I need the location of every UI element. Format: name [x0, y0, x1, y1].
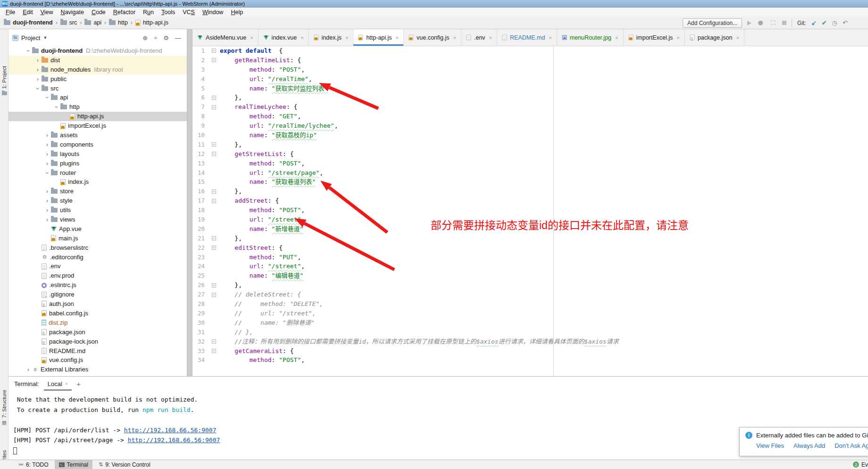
line-number[interactable]: 3 [192, 65, 205, 74]
run-with-coverage-icon[interactable]: ⛶ [769, 19, 777, 27]
chevron-closed-icon[interactable]: › [43, 206, 51, 215]
tree-item-views[interactable]: ›views [8, 215, 187, 224]
chevron-open-icon[interactable]: › [42, 169, 52, 177]
line-number[interactable]: 24 [192, 262, 205, 271]
event-log-badge[interactable]: 2 [853, 461, 859, 468]
project-panel-scrollbar[interactable] [187, 29, 192, 376]
tree-item-App.vue[interactable]: App.vue [8, 224, 187, 234]
chevron-down-icon[interactable]: ▼ [43, 35, 47, 40]
tree-item-.browserslistrc[interactable]: .browserslistrc [8, 243, 187, 253]
menu-tools[interactable]: Tools [158, 9, 179, 16]
chevron-open-icon[interactable]: › [42, 94, 52, 101]
line-number[interactable]: 10 [192, 131, 205, 140]
chevron-closed-icon[interactable]: › [34, 74, 42, 84]
tree-item-style[interactable]: ›style [8, 196, 187, 206]
tree-item-layouts[interactable]: ›layouts [8, 149, 187, 159]
close-icon[interactable]: × [396, 35, 399, 41]
breadcrumb-item-api[interactable]: api [84, 19, 101, 26]
close-icon[interactable]: × [549, 35, 551, 41]
notification-action-view-files[interactable]: View Files [756, 442, 784, 449]
line-number[interactable]: 14 [192, 168, 205, 178]
tree-item-vue.config.js[interactable]: vue.config.js [8, 355, 187, 365]
tree-item-node_modules[interactable]: ›node_moduleslibrary root [8, 65, 187, 74]
tree-item-api[interactable]: ›api [8, 93, 187, 102]
menu-help[interactable]: Help [227, 9, 247, 16]
tree-item-babel.config.js[interactable]: babel.config.js [8, 309, 187, 318]
terminal-link[interactable]: http://192.168.66.56:9007 [128, 436, 220, 444]
menu-window[interactable]: Window [199, 9, 227, 16]
tree-item-External Libraries[interactable]: ›External Libraries [8, 365, 187, 374]
tree-item-utils[interactable]: ›utils [8, 206, 187, 215]
tree-item-dist.zip[interactable]: dist.zip [8, 318, 187, 328]
tree-item-main.js[interactable]: main.js [8, 234, 187, 243]
tree-item-public[interactable]: ›public [8, 74, 187, 84]
tree-item-store[interactable]: ›store [8, 187, 187, 196]
line-number[interactable]: 25 [192, 271, 205, 280]
fold-marker-icon[interactable]: − [212, 58, 216, 62]
fold-marker-icon[interactable]: − [212, 246, 216, 250]
tab-README.md[interactable]: README.md× [497, 29, 557, 46]
line-number[interactable]: 16 [192, 187, 205, 196]
line-number[interactable]: 28 [192, 299, 205, 309]
tab-.env[interactable]: .env× [461, 29, 497, 46]
tab-menuRouter.jpg[interactable]: menuRouter.jpg× [557, 29, 624, 46]
line-number[interactable]: 12 [192, 149, 205, 159]
tree-item-.env[interactable]: .env [8, 262, 187, 271]
chevron-closed-icon[interactable]: › [43, 159, 51, 168]
tree-item-duoji-frontend[interactable]: ›duoji-frontendD:\zheheWeb\duoji-fronten… [8, 46, 187, 56]
git-update-icon[interactable]: ↙ [811, 19, 817, 26]
notification-action-don-t-ask-agai[interactable]: Don't Ask Agai [835, 442, 868, 449]
line-number[interactable]: 20 [192, 224, 205, 234]
fold-marker-icon[interactable]: − [212, 293, 216, 297]
line-number[interactable]: 13 [192, 159, 205, 168]
history-clock-icon[interactable]: ◷ [832, 19, 837, 26]
line-number[interactable]: 23 [192, 253, 205, 262]
tree-item-auth.json[interactable]: auth.json [8, 299, 187, 309]
menu-refactor[interactable]: Refactor [109, 9, 139, 16]
close-icon[interactable]: × [453, 35, 456, 41]
fold-marker-icon[interactable]: − [212, 96, 216, 100]
run-icon[interactable] [747, 21, 751, 25]
tree-item-index.js[interactable]: index.js [8, 177, 187, 187]
statusbar-9-version-control[interactable]: ⇅9: Version Control [94, 460, 155, 469]
project-panel-title[interactable]: Project [21, 34, 40, 41]
tab-vue.config.js[interactable]: vue.config.js× [404, 29, 461, 46]
tree-item-package-lock.json[interactable]: package-lock.json [8, 337, 187, 346]
tree-item-http-api.js[interactable]: http-api.js [8, 112, 187, 121]
line-number[interactable]: 9 [192, 121, 205, 131]
close-icon[interactable]: × [615, 35, 618, 41]
hide-panel-icon[interactable]: — [175, 34, 181, 41]
line-number[interactable]: 8 [192, 112, 205, 121]
chevron-open-icon[interactable]: › [52, 103, 61, 111]
tree-item-package.json[interactable]: package.json [8, 328, 187, 337]
line-number[interactable]: 31 [192, 328, 205, 337]
fold-marker-icon[interactable]: − [212, 339, 216, 344]
tree-item-.eslintrc.js[interactable]: .eslintrc.js [8, 280, 187, 290]
debug-icon[interactable]: ⬣ [757, 19, 764, 26]
fold-marker-icon[interactable]: − [212, 152, 216, 156]
tab-importExcel.js[interactable]: importExcel.js× [624, 29, 685, 46]
tree-item-.editorconfig[interactable]: .editorconfig [8, 253, 187, 262]
fold-marker-icon[interactable]: − [212, 189, 216, 194]
fold-marker-icon[interactable]: − [212, 349, 216, 353]
close-icon[interactable]: × [676, 35, 679, 41]
line-number[interactable]: 34 [192, 355, 205, 365]
tree-item-plugins[interactable]: ›plugins [8, 159, 187, 168]
fold-marker-icon[interactable]: − [212, 236, 216, 240]
fold-marker-icon[interactable]: − [212, 49, 216, 53]
tab-package.json[interactable]: package.json× [685, 29, 744, 46]
fold-marker-icon[interactable]: − [212, 142, 216, 147]
menu-code[interactable]: Code [88, 9, 109, 16]
chevron-open-icon[interactable]: › [24, 47, 33, 55]
menu-edit[interactable]: Edit [19, 9, 37, 16]
tree-item-dist[interactable]: ›dist [8, 56, 187, 65]
chevron-closed-icon[interactable]: › [43, 196, 51, 206]
breadcrumb-item-src[interactable]: src [60, 19, 77, 26]
tree-item-http[interactable]: ›http [8, 102, 187, 112]
line-number[interactable]: 22 [192, 243, 205, 253]
line-number[interactable]: 7 [192, 102, 205, 112]
line-number[interactable]: 19 [192, 215, 205, 224]
menu-file[interactable]: File [2, 9, 19, 16]
close-icon[interactable]: × [489, 35, 492, 41]
line-number[interactable]: 5 [192, 84, 205, 93]
